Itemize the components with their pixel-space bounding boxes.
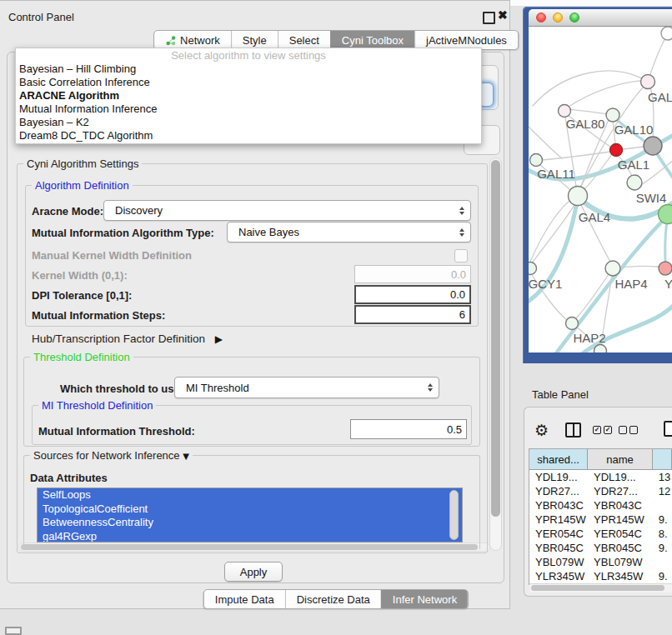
column-header-name[interactable]: name [588, 449, 653, 469]
tab-label: Style [243, 34, 267, 47]
stepper-arrows-icon [459, 228, 464, 237]
network-node-gal80[interactable] [559, 105, 571, 118]
network-node[interactable] [594, 345, 607, 353]
table-cell: YBR043C [529, 498, 588, 512]
table-row[interactable]: YBR043CYBR043C [529, 498, 672, 512]
close-icon[interactable]: ✖ [498, 8, 508, 22]
table-row[interactable]: YPR145WYPR145W9. [529, 512, 672, 527]
network-node-hap4[interactable] [605, 261, 620, 276]
tab-impute-data[interactable]: Impute Data [204, 590, 285, 608]
tab-network[interactable]: Network [154, 31, 231, 49]
table-body: YDL19...YDL19...13YDR27...YDR27...12YBR0… [529, 470, 672, 585]
node-label-gal10: GAL10 [614, 122, 654, 137]
table-cell: YBL079W [588, 555, 653, 569]
dropdown-item-basic-correlation-inference[interactable]: Basic Correlation Inference [16, 76, 481, 89]
dropdown-item-bayesian-hill-climbing[interactable]: Bayesian – Hill Climbing [16, 62, 481, 76]
screen: Control Panel ✖ NetworkStyleSelectCyni T… [0, 0, 672, 635]
node-label-gal4: GAL4 [579, 210, 610, 224]
node-label-gcy1: GCY1 [529, 277, 562, 291]
manual-kernel-width-checkbox[interactable] [454, 249, 468, 262]
dropdown-item-bayesian-k2[interactable]: Bayesian – K2 [16, 116, 481, 129]
traffic-light-zoom-icon[interactable] [569, 12, 579, 22]
settings-vertical-scrollbar-thumb[interactable] [491, 160, 500, 517]
table-cell: YDL19... [588, 470, 653, 484]
mi-threshold-label: Mutual Information Threshold: [38, 425, 195, 438]
table-row[interactable]: YBL079WYBL079W [529, 555, 672, 569]
table-cell: YLR345W [529, 569, 588, 583]
network-node-gal4[interactable] [569, 187, 588, 206]
data-attributes-list[interactable]: SelfLoopsTopologicalCoefficientBetweenne… [37, 488, 463, 542]
attributes-scrollbar-thumb[interactable] [449, 490, 459, 540]
network-node-y[interactable] [659, 262, 672, 275]
table-row[interactable]: YDR27...YDR27...12 [529, 484, 672, 498]
network-node-gal11[interactable] [530, 154, 543, 167]
network-node[interactable] [644, 137, 662, 155]
table-row[interactable]: YBR045CYBR045C9. [529, 541, 672, 555]
attribute-item-betweennesscentrality[interactable]: BetweennessCentrality [38, 516, 462, 530]
tab-discretize-data[interactable]: Discretize Data [285, 590, 381, 608]
table-row[interactable]: YER054CYER054C8. [529, 527, 672, 541]
manual-kernel-width-label: Manual Kernel Width Definition [32, 249, 192, 262]
dropdown-item-aracne-algorithm[interactable]: ARACNE Algorithm [16, 89, 481, 102]
export-table-icon[interactable] [664, 421, 672, 437]
column-header-shared[interactable]: shared... [529, 449, 588, 469]
network-canvas[interactable]: GALGAL80GAL10GAL1GAL11SWI4GAL4GCY1HAP4YH… [529, 27, 672, 352]
dropdown-item-dream8-dc-tdc-algorithm[interactable]: Dream8 DC_TDC Algorithm [16, 129, 481, 142]
traffic-light-minimize-icon[interactable] [553, 12, 563, 22]
attribute-item-selfloops[interactable]: SelfLoops [38, 488, 462, 502]
traffic-light-close-icon[interactable] [536, 12, 546, 22]
network-node[interactable] [659, 205, 672, 224]
network-node-hap2[interactable] [566, 318, 579, 330]
node-label-hap2: HAP2 [573, 331, 605, 345]
table-cell: YDL19... [529, 470, 588, 484]
tab-infer-network[interactable]: Infer Network [381, 590, 468, 608]
table-cell: YBL079W [529, 555, 588, 569]
gear-icon[interactable]: ⚙ [534, 421, 549, 439]
hub-definition-expander[interactable]: Hub/Transcription Factor Definition ▶ [32, 332, 223, 345]
mi-threshold-input[interactable]: 0.5 [350, 419, 467, 439]
table-row[interactable]: YDL19...YDL19...13 [529, 470, 672, 484]
mi-algorithm-type-select[interactable]: Naive Bayes [227, 222, 471, 242]
expander-collapsed-icon: ▶ [215, 333, 223, 345]
group-title: Threshold Definition [30, 351, 133, 363]
mi-steps-input[interactable]: 6 [354, 305, 471, 324]
sources-expander[interactable]: Sources for Network Inference ▼ [30, 449, 193, 462]
apply-button[interactable]: Apply [224, 562, 283, 582]
node-table: shared...name YDL19...YDL19...13YDR27...… [529, 448, 672, 585]
split-view-icon[interactable] [565, 422, 581, 438]
network-node-swi4[interactable] [627, 175, 642, 190]
network-node[interactable] [661, 27, 672, 40]
table-cell: YPR145W [529, 512, 588, 527]
float-window-icon[interactable] [483, 12, 495, 24]
network-node-gal10[interactable] [606, 108, 619, 122]
network-node-gcy1[interactable] [529, 262, 537, 275]
minimized-panel-icon[interactable] [5, 627, 22, 635]
node-label-hap4: HAP4 [614, 277, 647, 291]
table-horizontal-scrollbar-thumb[interactable] [531, 585, 664, 591]
column-header-2[interactable] [653, 449, 672, 469]
tab-cyni-toolbox[interactable]: Cyni Toolbox [330, 31, 414, 49]
group-title: Cyni Algorithm Settings [23, 158, 142, 170]
table-cell: 9. [653, 569, 672, 583]
network-node-gal[interactable] [641, 75, 655, 89]
table-cell: 8. [653, 527, 672, 541]
select-all-columns-icon[interactable]: ✓✓ [593, 426, 612, 434]
tab-select[interactable]: Select [278, 31, 330, 49]
dropdown-item-mutual-information-inference[interactable]: Mutual Information Inference [16, 102, 481, 116]
network-node-gal1[interactable] [610, 144, 623, 157]
table-cell: YER054C [588, 527, 653, 541]
attribute-item-topologicalcoefficient[interactable]: TopologicalCoefficient [38, 502, 462, 517]
network-window-titlebar[interactable] [529, 9, 672, 27]
aracne-mode-select[interactable]: Discovery [103, 200, 471, 221]
table-row[interactable]: YLR345WYLR345W9. [529, 569, 672, 583]
node-label-gal11: GAL11 [537, 167, 575, 181]
tab-jactivemnodules[interactable]: jActiveMNodules [414, 31, 518, 49]
attribute-item-gal4rgexp[interactable]: gal4RGexp [38, 530, 462, 543]
which-threshold-select[interactable]: MI Threshold [174, 377, 439, 398]
group-title: Algorithm Definition [32, 179, 133, 192]
kernel-width-input[interactable]: 0.0 [354, 265, 471, 283]
unselect-all-columns-icon[interactable] [619, 426, 638, 434]
dpi-tolerance-input[interactable]: 0.0 [354, 285, 471, 304]
table-cell: YBR045C [588, 541, 653, 555]
tab-style[interactable]: Style [231, 31, 278, 49]
